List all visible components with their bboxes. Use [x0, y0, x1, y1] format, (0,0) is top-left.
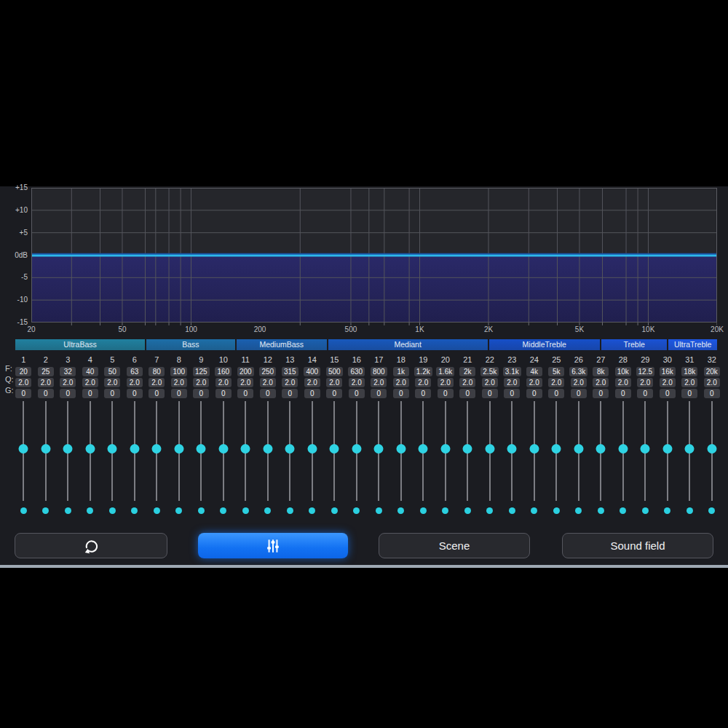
slider-dot[interactable]	[331, 507, 338, 514]
eq-slider-channel-8[interactable]	[168, 401, 191, 501]
eq-slider-channel-22[interactable]	[479, 401, 502, 501]
band-segment-bass[interactable]: Bass	[146, 339, 235, 350]
eq-slider-channel-13[interactable]	[279, 401, 301, 501]
slider-knob[interactable]	[63, 444, 73, 454]
slider-knob[interactable]	[574, 444, 583, 454]
eq-slider-channel-18[interactable]	[390, 401, 413, 501]
eq-slider-channel-28[interactable]	[612, 401, 635, 501]
slider-dot[interactable]	[42, 507, 49, 514]
gain-value[interactable]: 0	[526, 389, 542, 398]
slider-dot[interactable]	[687, 507, 693, 514]
slider-dot[interactable]	[486, 507, 493, 514]
slider-dot[interactable]	[87, 507, 93, 514]
gain-value[interactable]: 0	[349, 389, 365, 398]
gain-value[interactable]: 0	[593, 389, 609, 398]
gain-value[interactable]: 0	[459, 389, 475, 398]
slider-knob[interactable]	[19, 444, 28, 454]
gain-value[interactable]: 0	[482, 389, 498, 398]
slider-dot[interactable]	[531, 507, 537, 514]
band-segment-ultrabass[interactable]: UltraBass	[15, 339, 145, 350]
eq-slider-channel-6[interactable]	[124, 401, 146, 501]
eq-slider-channel-12[interactable]	[257, 401, 280, 501]
eq-slider-channel-17[interactable]	[368, 401, 390, 501]
eq-slider-channel-31[interactable]	[678, 401, 701, 501]
band-segment-ultratreble[interactable]: UltraTreble	[668, 339, 717, 350]
gain-value[interactable]: 0	[393, 389, 409, 398]
gain-value[interactable]: 0	[504, 389, 520, 398]
gain-value[interactable]: 0	[215, 389, 232, 398]
slider-dot[interactable]	[598, 507, 604, 514]
gain-value[interactable]: 0	[149, 389, 165, 398]
slider-dot[interactable]	[309, 507, 315, 514]
eq-response-graph[interactable]	[31, 188, 717, 326]
slider-knob[interactable]	[507, 444, 517, 454]
gain-value[interactable]: 0	[15, 389, 31, 398]
slider-dot[interactable]	[442, 507, 448, 514]
eq-slider-channel-3[interactable]	[57, 401, 79, 501]
slider-knob[interactable]	[529, 444, 539, 454]
eq-slider-channel-2[interactable]	[35, 401, 58, 501]
eq-slider-channel-27[interactable]	[590, 401, 612, 501]
eq-slider-channel-32[interactable]	[701, 401, 724, 501]
gain-value[interactable]: 0	[660, 389, 676, 398]
gain-value[interactable]: 0	[548, 389, 564, 398]
slider-knob[interactable]	[218, 444, 228, 454]
slider-knob[interactable]	[330, 444, 339, 454]
slider-knob[interactable]	[197, 444, 206, 454]
slider-knob[interactable]	[241, 444, 250, 454]
slider-dot[interactable]	[553, 507, 560, 514]
eq-slider-channel-21[interactable]	[456, 401, 479, 501]
eq-slider-channel-23[interactable]	[501, 401, 523, 501]
gain-value[interactable]: 0	[371, 389, 387, 398]
slider-dot[interactable]	[708, 507, 715, 514]
eq-slider-channel-20[interactable]	[435, 401, 457, 501]
slider-knob[interactable]	[440, 444, 450, 454]
slider-dot[interactable]	[20, 507, 27, 514]
slider-dot[interactable]	[575, 507, 582, 514]
slider-knob[interactable]	[85, 444, 95, 454]
band-segment-mediant[interactable]: Mediant	[328, 339, 488, 350]
band-segment-treble[interactable]: Treble	[601, 339, 667, 350]
slider-knob[interactable]	[374, 444, 384, 454]
band-segment-mediumbass[interactable]: MediumBass	[237, 339, 327, 350]
slider-dot[interactable]	[65, 507, 71, 514]
slider-knob[interactable]	[596, 444, 606, 454]
band-segment-middletreble[interactable]: MiddleTreble	[489, 339, 600, 350]
gain-value[interactable]: 0	[171, 389, 187, 398]
gain-value[interactable]: 0	[615, 389, 631, 398]
slider-knob[interactable]	[419, 444, 428, 454]
slider-dot[interactable]	[175, 507, 182, 514]
slider-knob[interactable]	[485, 444, 494, 454]
slider-dot[interactable]	[264, 507, 271, 514]
gain-value[interactable]: 0	[304, 389, 320, 398]
eq-slider-channel-15[interactable]	[323, 401, 346, 501]
eq-slider-channel-10[interactable]	[213, 401, 235, 501]
slider-dot[interactable]	[420, 507, 427, 514]
slider-dot[interactable]	[198, 507, 205, 514]
gain-value[interactable]: 0	[260, 389, 276, 398]
gain-value[interactable]: 0	[127, 389, 143, 398]
slider-dot[interactable]	[664, 507, 670, 514]
gain-value[interactable]: 0	[438, 389, 454, 398]
slider-dot[interactable]	[353, 507, 360, 514]
slider-knob[interactable]	[285, 444, 295, 454]
eq-slider-channel-11[interactable]	[234, 401, 257, 501]
scene-button[interactable]: Scene	[379, 533, 530, 558]
slider-dot[interactable]	[642, 507, 649, 514]
slider-knob[interactable]	[685, 444, 695, 454]
gain-value[interactable]: 0	[571, 389, 587, 398]
eq-slider-channel-30[interactable]	[657, 401, 679, 501]
slider-dot[interactable]	[464, 507, 471, 514]
slider-dot[interactable]	[154, 507, 160, 514]
gain-value[interactable]: 0	[38, 389, 54, 398]
sound-field-button[interactable]: Sound field	[562, 533, 713, 558]
slider-knob[interactable]	[352, 444, 361, 454]
slider-knob[interactable]	[108, 444, 117, 454]
slider-knob[interactable]	[552, 444, 561, 454]
eq-slider-channel-29[interactable]	[634, 401, 657, 501]
eq-slider-channel-24[interactable]	[523, 401, 546, 501]
gain-value[interactable]: 0	[637, 389, 653, 398]
eq-slider-channel-25[interactable]	[545, 401, 568, 501]
eq-slider-channel-5[interactable]	[101, 401, 124, 501]
slider-dot[interactable]	[397, 507, 404, 514]
